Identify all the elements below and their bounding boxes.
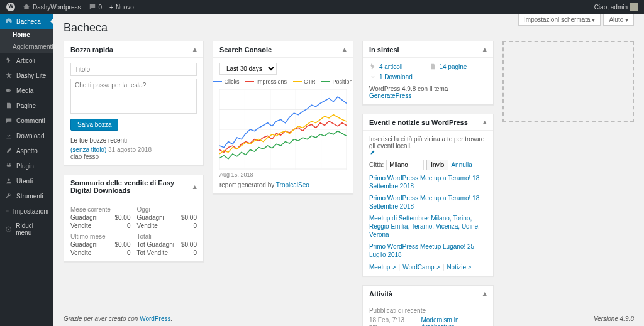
sidebar-item-strumenti[interactable]: Strumenti (0, 188, 53, 204)
activity-title: Attività (369, 290, 392, 298)
sidebar-item-label: Pagine (16, 102, 36, 109)
sidebar-item-commenti[interactable]: Commenti (0, 113, 53, 128)
plus-icon: + (109, 4, 113, 11)
chart-legend: Clicks Impressions CTR Position (219, 79, 347, 85)
collapse-icon (5, 225, 12, 233)
sidebar-item-plugin[interactable]: Plugin (0, 158, 53, 173)
draft-title-input[interactable] (70, 63, 197, 76)
sidebar-item-download[interactable]: Download (0, 128, 53, 143)
footer-wp-link[interactable]: WordPress (140, 315, 170, 322)
edd-value: $0.00 (181, 214, 197, 221)
sidebar-item-label: Articoli (16, 57, 35, 64)
site-link[interactable]: DashyWordpress (23, 3, 81, 11)
edd-summary-box: Sommario delle vendite di Easy Digital D… (64, 175, 204, 262)
event-link[interactable]: Primo WordPress Meetup Lugano! 25 Luglio… (369, 242, 487, 259)
toggle-arrow-icon[interactable]: ▴ (193, 183, 197, 191)
legend-swatch (245, 81, 254, 82)
sidebar-sub-home[interactable]: Home (0, 29, 53, 41)
page-icon (5, 102, 13, 109)
media-icon (5, 87, 13, 94)
sidebar-item-dashylite[interactable]: Dashy Lite (0, 68, 53, 83)
glance-pagine[interactable]: 14 pagine (429, 63, 487, 70)
sidebar-item-pagine[interactable]: Pagine (0, 98, 53, 113)
toggle-arrow-icon[interactable]: ▴ (483, 118, 487, 126)
glance-label: 1 Download (379, 73, 413, 80)
edd-label: Guadagni (70, 214, 97, 221)
draft-excerpt: ciao fesso (70, 153, 197, 160)
edd-label: Vendite (136, 222, 157, 229)
sidebar-sub-aggiornamenti[interactable]: Aggiornamenti (0, 41, 53, 53)
report-link[interactable]: TropicalSeo (276, 182, 309, 188)
draft-link[interactable]: (senza titolo) (70, 146, 106, 153)
comment-icon (5, 117, 13, 124)
sidebar-item-impostazioni[interactable]: Impostazioni (0, 204, 53, 219)
quick-draft-title: Bozza rapida (70, 46, 113, 53)
toggle-arrow-icon[interactable]: ▴ (193, 45, 197, 53)
legend-label: Position (332, 79, 352, 85)
city-cancel-link[interactable]: Annulla (451, 161, 472, 168)
events-prompt: Inserisci la città più vicina a te per t… (369, 136, 484, 149)
edd-label: Tot Vendite (136, 249, 167, 256)
empty-drop-zone[interactable] (502, 41, 634, 122)
sidebar-item-label: Dashy Lite (16, 72, 46, 79)
sidebar-item-aspetto[interactable]: Aspetto (0, 143, 53, 158)
glance-theme-link[interactable]: GeneratePress (369, 92, 411, 99)
draft-content-textarea[interactable] (70, 79, 197, 114)
legend-swatch (293, 81, 302, 82)
sidebar-item-utenti[interactable]: Utenti (0, 173, 53, 188)
wp-logo-menu[interactable] (6, 3, 15, 11)
save-draft-button[interactable]: Salva bozza (70, 119, 118, 131)
event-link[interactable]: Primo WordPress Meetup a Teramo! 18 Sett… (369, 174, 487, 190)
edd-section: Mese corrente (70, 206, 130, 213)
edd-value: 0 (127, 222, 131, 229)
legend-swatch (213, 81, 222, 82)
page-icon (429, 63, 436, 70)
edd-value: 0 (193, 222, 197, 229)
pencil-icon[interactable] (369, 149, 375, 156)
sidebar-item-label: Commenti (16, 117, 45, 124)
chart-canvas (219, 89, 347, 170)
toggle-arrow-icon[interactable]: ▴ (343, 45, 347, 53)
edd-value: $0.00 (114, 241, 130, 248)
new-content-link[interactable]: + Nuovo (109, 4, 134, 11)
legend-label: CTR (304, 79, 316, 85)
city-input[interactable] (386, 160, 424, 170)
admin-top-bar: DashyWordpress 0 + Nuovo Ciao, admin (0, 0, 644, 14)
edd-value: $0.00 (181, 241, 197, 248)
sidebar-item-label: Utenti (16, 178, 33, 185)
city-submit-button[interactable]: Invio (426, 160, 448, 170)
event-link[interactable]: Primo WordPress Meetup a Teramo! 18 Sett… (369, 194, 487, 210)
draft-date: 31 agosto 2018 (108, 146, 152, 153)
sidebar-item-media[interactable]: Media (0, 83, 53, 98)
toggle-arrow-icon[interactable]: ▴ (483, 290, 487, 298)
glance-download[interactable]: 1 Download (369, 73, 427, 80)
plug-icon (5, 162, 13, 170)
wp-events-box: Eventi e notizie su WordPress▴ Inserisci… (362, 114, 494, 276)
sidebar-collapse[interactable]: Riduci menu (0, 219, 53, 240)
news-link[interactable]: Notizie (447, 264, 472, 271)
toggle-arrow-icon[interactable]: ▴ (483, 45, 487, 53)
comments-link[interactable]: 0 (89, 3, 103, 11)
event-link[interactable]: Meetup di Settembre: Milano, Torino, Reg… (369, 214, 487, 239)
quick-draft-box: Bozza rapida▴ Salva bozza Le tue bozze r… (64, 41, 204, 166)
sidebar-item-label: Download (16, 133, 44, 139)
edd-label: Vendite (70, 249, 91, 256)
site-name-label: DashyWordpress (33, 4, 81, 11)
wordcamp-link[interactable]: WordCamp (402, 264, 440, 271)
sidebar-item-articoli[interactable]: Articoli (0, 53, 53, 68)
sidebar-item-label: Impostazioni (13, 208, 48, 215)
date-range-select[interactable]: Last 30 days (219, 63, 277, 75)
search-console-box: Search Console▴ Last 30 days Clicks Impr… (213, 41, 353, 194)
edd-label: Guadagni (136, 214, 164, 221)
glance-version-text: WordPress 4.9.8 con il tema (369, 85, 448, 92)
edd-value: 0 (127, 249, 131, 256)
new-label: Nuovo (116, 4, 134, 11)
wp-logo-icon (6, 3, 15, 11)
edd-section: Oggi (136, 206, 196, 213)
glance-articoli[interactable]: 4 articoli (369, 63, 427, 70)
dashboard-icon (5, 18, 13, 25)
sidebar-item-bacheca[interactable]: Bacheca (0, 14, 53, 29)
user-menu[interactable]: Ciao, admin (594, 3, 638, 11)
meetup-link[interactable]: Meetup (369, 264, 396, 271)
legend-label: Impressions (256, 79, 287, 85)
